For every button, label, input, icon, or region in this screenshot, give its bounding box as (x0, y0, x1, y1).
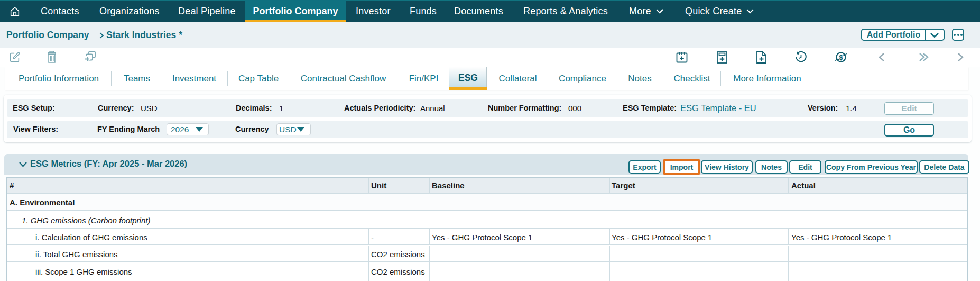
svg-text:$: $ (839, 53, 843, 61)
